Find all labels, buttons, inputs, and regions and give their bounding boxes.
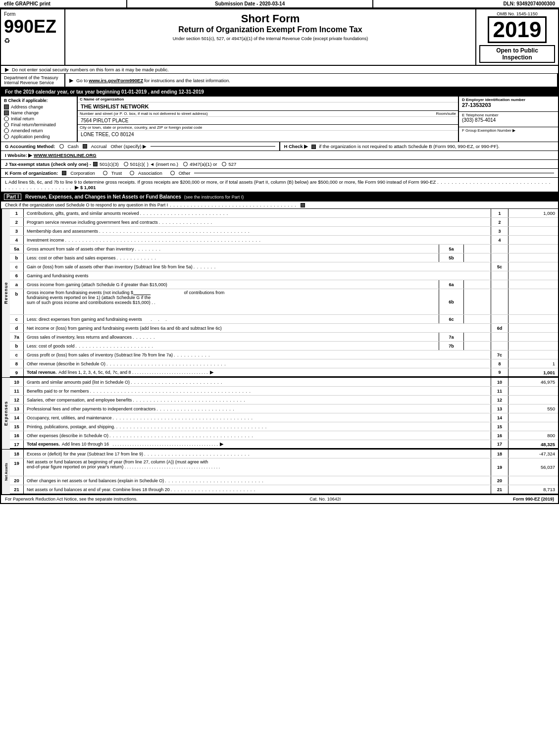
app-radio[interactable] [4, 134, 9, 139]
app-pending-label: Application pending [11, 134, 50, 139]
amended-return-row[interactable]: Amended return [4, 128, 74, 133]
row-value: 48,325 [508, 440, 558, 448]
c-label: C Name of organization [78, 97, 458, 102]
row-value [508, 218, 558, 226]
trust-label: Trust [111, 170, 122, 176]
initial-radio[interactable] [4, 116, 9, 121]
street-value: 7564 PIRLOT PLACE [78, 117, 458, 124]
initial-return-row[interactable]: Initial return [4, 116, 74, 121]
irs-label: Internal Revenue Service [4, 80, 61, 85]
amended-radio[interactable] [4, 128, 9, 133]
row-line-num [491, 333, 508, 341]
row-num: 5a [10, 245, 24, 253]
notice-text-1: Do not enter social security numbers on … [12, 67, 169, 72]
row-num: 20 [10, 476, 24, 485]
page-wrapper: efile GRAPHIC print Submission Date - 20… [0, 0, 559, 504]
schedule-checkbox[interactable] [301, 203, 305, 207]
row-sub-val [464, 315, 491, 323]
efile-label: efile GRAPHIC print [0, 0, 127, 7]
d-label: D Employer identification number [462, 98, 555, 102]
table-row: 18 Excess or (deficit) for the year (Sub… [10, 450, 558, 458]
app-pending-row[interactable]: Application pending [4, 134, 74, 139]
net-assets-section: Net Assets 18 Excess or (deficit) for th… [1, 449, 558, 494]
year-box: 2019 [488, 16, 547, 43]
corp-check[interactable] [62, 171, 66, 175]
row-line-num [491, 245, 508, 253]
h-checkbox[interactable] [311, 145, 316, 149]
return-title: Return of Organization Exempt From Incom… [71, 25, 469, 34]
table-row: 21 Net assets or fund balances at end of… [10, 485, 558, 494]
g-line [151, 146, 275, 147]
table-row: c Gain or (loss) from sale of assets oth… [10, 262, 558, 271]
row-desc: Total expenses.Add lines 10 through 16 .… [24, 440, 491, 448]
tax-insert: ) ◄ (insert no.) [147, 161, 178, 167]
initial-return-label: Initial return [11, 116, 34, 121]
row-sub: 6c [439, 315, 464, 323]
row-value [508, 227, 558, 235]
tax-4947-radio[interactable] [183, 162, 188, 166]
name-checkbox[interactable] [4, 110, 9, 115]
row-num: a [10, 280, 24, 289]
row-num: b [10, 289, 24, 314]
row-desc: Printing, publications, postage, and shi… [24, 422, 491, 431]
row-sub-val [464, 245, 491, 253]
row-desc: Less: cost or other basis and sales expe… [24, 253, 439, 262]
grp-section: F Group Exemption Number ▶ [459, 127, 558, 142]
table-row: 5a Gross amount from sale of assets othe… [10, 245, 558, 253]
row-desc: Gross profit or (loss) from sales of inv… [24, 351, 491, 359]
assoc-radio[interactable] [130, 171, 134, 175]
open-public: Open to Public Inspection [479, 45, 555, 63]
accrual-checkbox[interactable] [83, 144, 87, 149]
check-column: B Check if applicable: Address change Na… [1, 97, 78, 142]
row-num: 12 [10, 396, 24, 404]
row-num: 19 [10, 458, 24, 476]
row-desc: Other expenses (describe in Schedule O).… [24, 431, 491, 440]
row-desc: Contributions, gifts, grants, and simila… [24, 209, 491, 217]
tax-527-radio[interactable] [222, 162, 226, 166]
cash-label: Cash [68, 144, 79, 149]
cash-radio[interactable] [59, 144, 64, 149]
row-num: 6 [10, 271, 24, 280]
row-line-num: 17 [491, 440, 508, 448]
row-value [508, 289, 558, 314]
row-value [508, 245, 558, 253]
website-url: WWW.WISHESONLINE.ORG [34, 152, 97, 158]
final-return-label: Final return/terminated [11, 122, 56, 127]
row-line-num: 11 [491, 387, 508, 395]
row-num: 16 [10, 431, 24, 440]
schedule-text: Check if the organization used Schedule … [5, 202, 168, 207]
name-change-label: Name change [11, 110, 39, 115]
table-row: b Less: cost of goods sold. . . . . . . … [10, 342, 558, 351]
table-row: 11 Benefits paid to or for members. . . … [10, 387, 558, 396]
row-line-num: 12 [491, 396, 508, 404]
address-checkbox[interactable] [4, 104, 9, 109]
check-org-section: B Check if applicable: Address change Na… [1, 97, 558, 142]
row-desc: Gross income from fundraising events (no… [24, 289, 439, 314]
row-desc: Membership dues and assessments. . . . .… [24, 227, 491, 235]
tax-501c3-check[interactable] [93, 162, 98, 166]
trust-radio[interactable] [103, 171, 107, 175]
other-radio[interactable] [170, 171, 175, 175]
table-row: 8 Other revenue (describe in Schedule O)… [10, 359, 558, 368]
g-section: G Accounting Method: Cash Accrual Other … [1, 142, 280, 151]
table-row: 16 Other expenses (describe in Schedule … [10, 431, 558, 440]
tax-501c-radio[interactable] [124, 162, 128, 166]
row-value [508, 262, 558, 271]
row-value [508, 351, 558, 359]
g-label: G Accounting Method: [5, 144, 55, 149]
row-line-num: 18 [491, 450, 508, 458]
row-desc: Gaming and fundraising events [24, 271, 491, 280]
form-header: Form 990EZ ♻ Short Form Return of Organi… [1, 9, 558, 66]
final-radio[interactable] [4, 122, 9, 127]
row-num: b [10, 342, 24, 350]
name-change-row[interactable]: Name change [4, 110, 74, 115]
revenue-section: Revenue 1 Contributions, gifts, grants, … [1, 209, 558, 377]
final-return-row[interactable]: Final return/terminated [4, 122, 74, 127]
row-num: 4 [10, 236, 24, 244]
part-i-note: (see the instructions for Part I) [184, 195, 244, 200]
omb-number: OMB No. 1545-1150 [479, 11, 555, 16]
f-arrow: ▶ [512, 128, 515, 133]
org-addr-section: Number and street (or P. O. box, if mail… [78, 111, 458, 125]
table-row: 19 Net assets or fund balances at beginn… [10, 458, 558, 476]
address-change-row[interactable]: Address change [4, 104, 74, 109]
